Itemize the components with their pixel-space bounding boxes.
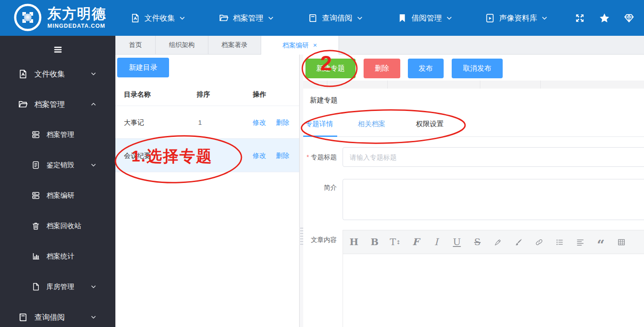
brush-icon[interactable] bbox=[514, 236, 523, 248]
nav-item-4[interactable]: 借阅管理 bbox=[397, 0, 453, 36]
delete-link[interactable]: 删除 bbox=[276, 139, 289, 172]
table-icon[interactable] bbox=[617, 236, 626, 248]
server-icon bbox=[31, 130, 40, 139]
tabbar-filler bbox=[339, 36, 644, 55]
topic-panel: 新建专题删除发布取消发布 新建专题 专题详情相关档案权限设置 *专题标题 简介 … bbox=[303, 55, 644, 327]
tab-close-icon[interactable]: × bbox=[313, 41, 317, 49]
新建专题-button[interactable]: 新建专题 bbox=[305, 59, 356, 78]
sidebar-item-9-查询借阅[interactable]: 查询借阅 bbox=[0, 308, 115, 327]
sidebar-item-label: 档案管理 bbox=[34, 99, 65, 110]
required-asterisk-icon: * bbox=[307, 153, 309, 161]
logo-emblem-icon bbox=[13, 3, 42, 32]
nav-item-5[interactable]: 声像资料库 bbox=[485, 0, 548, 36]
chart-icon bbox=[31, 252, 40, 261]
topic-title-label: *专题标题 bbox=[303, 150, 337, 164]
hamburger-icon bbox=[52, 45, 64, 55]
page-tabbar: 首页组织架构档案著录档案编研× bbox=[115, 36, 644, 55]
sidebar-menu: 文件收集档案管理档案管理鉴定销毁档案编研档案回收站档案统计库房管理查询借阅 bbox=[0, 64, 115, 327]
pen-icon[interactable] bbox=[493, 236, 503, 248]
sidebar-item-5-档案编研[interactable]: 档案编研 bbox=[0, 186, 115, 205]
nav-item-3[interactable]: 查询借阅 bbox=[308, 0, 363, 36]
sidebar-item-4-鉴定销毁[interactable]: 鉴定销毁 bbox=[0, 156, 115, 174]
table-header-strip bbox=[303, 81, 644, 89]
delete-link[interactable]: 删除 bbox=[276, 106, 289, 139]
tab-权限设置[interactable]: 权限设置 bbox=[416, 111, 444, 137]
chevron-down-icon bbox=[356, 15, 363, 21]
chevron-down-icon bbox=[267, 15, 274, 21]
media-icon bbox=[485, 13, 495, 23]
new-directory-button[interactable]: 新建目录 bbox=[117, 58, 169, 77]
tab-label: 档案著录 bbox=[222, 41, 248, 48]
font-style-icon[interactable]: F bbox=[411, 236, 420, 248]
table-row[interactable]: 大事记1修改删除 bbox=[115, 106, 299, 139]
link-icon[interactable] bbox=[534, 236, 544, 248]
star-button[interactable] bbox=[599, 0, 610, 36]
bold-icon[interactable]: B bbox=[370, 236, 379, 248]
sidebar-item-3-档案管理[interactable]: 档案管理 bbox=[0, 125, 115, 144]
bullet-list-icon[interactable] bbox=[555, 236, 564, 248]
font-size-icon[interactable]: T↕ bbox=[390, 236, 400, 248]
file-blank-icon bbox=[31, 282, 40, 291]
sidebar-item-2-档案管理[interactable]: 档案管理 bbox=[0, 95, 115, 114]
editor-content-area[interactable] bbox=[343, 254, 644, 327]
underline-icon[interactable]: U bbox=[452, 236, 462, 248]
sidebar-item-label: 档案编研 bbox=[47, 191, 74, 200]
nav-item-1[interactable]: 文件收集 bbox=[130, 0, 186, 36]
tab-首页[interactable]: 首页 bbox=[115, 36, 156, 55]
quote-icon[interactable]: “ bbox=[596, 236, 606, 248]
menu-collapse-button[interactable] bbox=[0, 43, 115, 56]
tab-专题详情[interactable]: 专题详情 bbox=[305, 111, 333, 137]
nav-item-label: 声像资料库 bbox=[499, 13, 537, 23]
dir-name-cell: 会议纪要 bbox=[124, 139, 151, 172]
folder-open-icon bbox=[18, 99, 28, 110]
nav-item-2[interactable]: 档案管理 bbox=[219, 0, 274, 36]
删除-button[interactable]: 删除 bbox=[364, 59, 400, 78]
align-icon[interactable] bbox=[576, 236, 585, 248]
header-directory-name: 目录名称 bbox=[124, 83, 151, 106]
section-title: 新建专题 bbox=[310, 91, 338, 109]
trash-icon bbox=[31, 221, 40, 230]
header-actions: 操作 bbox=[253, 83, 266, 106]
intro-textarea[interactable] bbox=[343, 179, 644, 220]
取消发布-button[interactable]: 取消发布 bbox=[452, 59, 503, 78]
dir-order-cell: 1 bbox=[198, 106, 202, 139]
active-tab-underline bbox=[303, 136, 337, 137]
sidebar-item-6-档案回收站[interactable]: 档案回收站 bbox=[0, 217, 115, 235]
fullscreen-icon bbox=[574, 13, 585, 24]
app-root: 东方明德 MINGDEDATA.COM 文件收集档案管理查询借阅借阅管理声像资料… bbox=[0, 0, 644, 327]
directory-panel: 新建目录 目录名称 排序 操作 大事记1修改删除会议纪要修改删除 bbox=[115, 55, 299, 327]
tab-label: 首页 bbox=[129, 41, 142, 48]
nav-item-label: 查询借阅 bbox=[322, 13, 352, 23]
content-label: 文章内容 bbox=[303, 233, 337, 246]
sidebar-item-8-库房管理[interactable]: 库房管理 bbox=[0, 277, 115, 296]
chevron-down-icon bbox=[90, 71, 97, 77]
edit-link[interactable]: 修改 bbox=[253, 139, 266, 172]
bookmark-icon bbox=[397, 13, 407, 23]
italic-icon[interactable]: I bbox=[432, 236, 441, 248]
panel-splitter[interactable] bbox=[299, 55, 303, 327]
tab-档案著录[interactable]: 档案著录 bbox=[208, 36, 261, 55]
book-icon bbox=[308, 13, 318, 23]
发布-button[interactable]: 发布 bbox=[408, 59, 444, 78]
tab-组织架构[interactable]: 组织架构 bbox=[156, 36, 208, 55]
splitter-grip-icon bbox=[300, 226, 303, 246]
chevron-down-icon bbox=[541, 15, 548, 21]
sidebar-item-7-档案统计[interactable]: 档案统计 bbox=[0, 247, 115, 266]
sidebar-item-label: 档案统计 bbox=[47, 252, 74, 261]
strikethrough-icon[interactable]: S bbox=[473, 236, 482, 248]
sidebar-item-1-文件收集[interactable]: 文件收集 bbox=[0, 64, 115, 83]
heading-icon[interactable]: H bbox=[349, 236, 359, 248]
sidebar-item-label: 库房管理 bbox=[47, 282, 74, 292]
nav-item-label: 文件收集 bbox=[144, 13, 175, 23]
chevron-down-icon bbox=[179, 15, 186, 21]
tab-档案编研[interactable]: 档案编研× bbox=[261, 36, 339, 55]
star-icon bbox=[599, 13, 610, 24]
tab-label: 组织架构 bbox=[169, 41, 195, 48]
directory-table-header: 目录名称 排序 操作 bbox=[115, 83, 299, 106]
tab-相关档案[interactable]: 相关档案 bbox=[358, 111, 386, 137]
table-row-selected[interactable]: 会议纪要修改删除 bbox=[115, 139, 299, 172]
topic-title-input[interactable] bbox=[343, 147, 644, 167]
edit-link[interactable]: 修改 bbox=[253, 106, 266, 139]
gem-button[interactable] bbox=[623, 0, 635, 36]
fullscreen-button[interactable] bbox=[574, 0, 585, 36]
